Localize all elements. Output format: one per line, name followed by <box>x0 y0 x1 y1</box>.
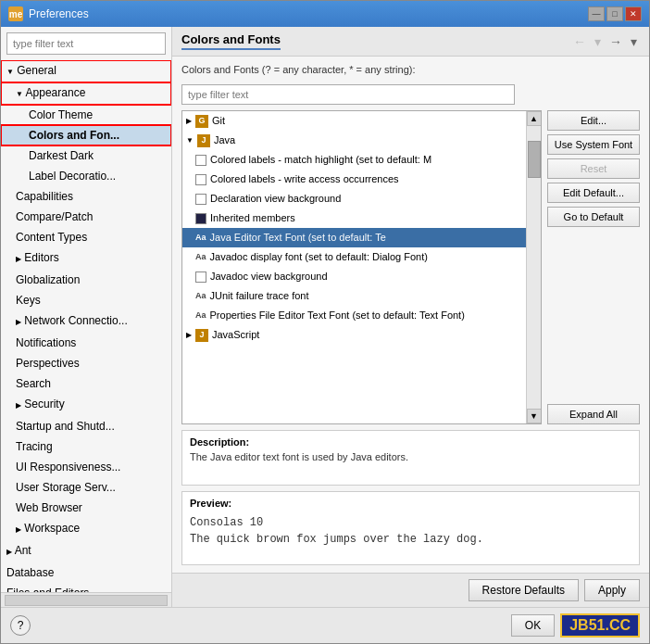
nav-back-button[interactable]: ← <box>570 33 589 50</box>
sidebar-item-general[interactable]: ▼ General <box>1 60 171 82</box>
edit-default-button[interactable]: Edit Default... <box>547 183 640 203</box>
scroll-thumb[interactable] <box>528 141 541 178</box>
scroll-up-button[interactable]: ▲ <box>527 111 542 126</box>
description-text: The Java editor text font is used by Jav… <box>190 451 631 462</box>
sidebar-item-database[interactable]: Database <box>1 562 171 583</box>
sidebar-item-notifications[interactable]: Notifications <box>1 333 171 353</box>
sidebar-item-workspace[interactable]: ▶ Workspace <box>1 518 171 540</box>
sidebar-item-color-theme[interactable]: Color Theme <box>1 105 171 125</box>
font-item-inherited[interactable]: Inherited members <box>182 208 526 228</box>
apply-button[interactable]: Apply <box>584 579 640 601</box>
edit-button[interactable]: Edit... <box>547 110 640 131</box>
git-icon: G <box>195 115 208 128</box>
sidebar-item-label-decorations[interactable]: Label Decoratio... <box>1 166 171 186</box>
font-item-javadoc-bg[interactable]: Javadoc view background <box>182 267 526 286</box>
js-label: JavaScript <box>212 327 259 343</box>
nav-forward-button[interactable]: → <box>606 33 625 50</box>
sidebar-item-user-storage[interactable]: User Storage Serv... <box>1 477 171 498</box>
preview-text: Consolas 10 The quick brown fox jumps ov… <box>190 514 631 548</box>
watermark: JB51.CC <box>560 613 640 638</box>
sidebar-item-web-browser[interactable]: Web Browser <box>1 498 171 518</box>
font-item-javadoc-display[interactable]: Aa Javadoc display font (set to default:… <box>182 247 526 267</box>
font-filter-input[interactable] <box>181 84 515 105</box>
sidebar-item-editors[interactable]: ▶ Editors <box>1 247 171 270</box>
sidebar-item-keys[interactable]: Keys <box>1 290 171 310</box>
javadoc-display-label: Javadoc display font (set to default: Di… <box>210 249 428 265</box>
sidebar-item-ant[interactable]: ▶ Ant <box>1 540 171 562</box>
git-label: Git <box>212 113 225 129</box>
help-button[interactable]: ? <box>10 615 31 636</box>
font-item-junit-font[interactable]: Aa JUnit failure trace font <box>182 286 526 306</box>
tree-area: ▼ General ▼ Appearance Color Theme Color… <box>1 60 171 592</box>
sidebar-item-search[interactable]: Search <box>1 373 171 394</box>
filter-search-input[interactable] <box>6 32 166 55</box>
properties-font-label: Properties File Editor Text Font (set to… <box>210 308 465 323</box>
window-title: Preferences <box>29 7 89 20</box>
sidebar-item-tracing[interactable]: Tracing <box>1 436 171 457</box>
sidebar-item-ui-responsiveness[interactable]: UI Responsiveness... <box>1 457 171 477</box>
font-item-declaration-bg[interactable]: Declaration view background <box>182 189 526 208</box>
font-item-colored-write[interactable]: Colored labels - write access occurrence… <box>182 170 526 189</box>
right-action-buttons: Edit... Use System Font Reset Edit Defau… <box>547 110 640 424</box>
font-tree-panel: ▶ G Git ▼ J Java <box>181 110 542 424</box>
sidebar-item-files-and-editors[interactable]: Files and Editors <box>1 583 171 592</box>
font-tree-vscroll[interactable]: ▲ ▼ <box>526 111 541 423</box>
sidebar-item-compare-patch[interactable]: Compare/Patch <box>1 207 171 227</box>
sidebar-item-content-types[interactable]: Content Types <box>1 227 171 247</box>
nav-back-dropdown[interactable]: ▾ <box>592 33 604 50</box>
right-panel: Colors and Fonts ← ▾ → ▾ Colors and Font… <box>172 27 649 607</box>
use-system-font-button[interactable]: Use System Font <box>547 134 640 155</box>
sidebar-item-startup[interactable]: Startup and Shutd... <box>1 416 171 436</box>
font-tree-javascript[interactable]: ▶ J JavaScript <box>182 325 526 345</box>
bottom-right: OK JB51.CC <box>511 613 640 638</box>
maximize-button[interactable]: □ <box>606 6 623 21</box>
expand-all-button[interactable]: Expand All <box>547 404 640 424</box>
left-horizontal-scrollbar[interactable] <box>1 592 171 607</box>
sidebar-item-appearance[interactable]: ▼ Appearance <box>1 82 171 105</box>
nav-forward-dropdown[interactable]: ▾ <box>628 33 640 50</box>
nav-arrows: ← ▾ → ▾ <box>570 33 640 50</box>
aa-icon-javadoc-display: Aa <box>195 249 206 265</box>
scroll-down-button[interactable]: ▼ <box>527 409 542 423</box>
preferences-window: me Preferences — □ ✕ ▼ General ▼ Appeara… <box>0 0 650 644</box>
sidebar-item-darkest-dark[interactable]: Darkest Dark <box>1 145 171 166</box>
color-swatch-write <box>195 174 206 185</box>
app-icon: me <box>8 6 23 21</box>
font-item-colored-match[interactable]: Colored labels - match highlight (set to… <box>182 150 526 170</box>
sidebar-item-perspectives[interactable]: Perspectives <box>1 353 171 373</box>
font-item-java-editor-font[interactable]: Aa Java Editor Text Font (set to default… <box>182 228 526 247</box>
go-to-default-button[interactable]: Go to Default <box>547 207 640 227</box>
color-swatch-inherited <box>195 213 206 224</box>
content-area: ▶ G Git ▼ J Java <box>181 110 640 424</box>
h-scroll-thumb[interactable] <box>5 595 168 606</box>
description-section: Description: The Java editor text font i… <box>181 430 640 486</box>
ok-button[interactable]: OK <box>511 614 555 637</box>
sidebar-item-colors-and-fonts[interactable]: Colors and Fon... <box>1 125 171 145</box>
panel-description: Colors and Fonts (? = any character, * =… <box>181 64 640 75</box>
panel-title: Colors and Fonts <box>181 32 281 50</box>
title-bar-controls: — □ ✕ <box>588 6 642 21</box>
reset-button[interactable]: Reset <box>547 158 640 179</box>
sidebar-item-globalization[interactable]: Globalization <box>1 270 171 290</box>
javadoc-bg-label: Javadoc view background <box>210 269 328 284</box>
font-item-properties-font[interactable]: Aa Properties File Editor Text Font (set… <box>182 306 526 325</box>
restore-defaults-button[interactable]: Restore Defaults <box>469 579 579 601</box>
color-swatch-javadoc-bg <box>195 271 206 283</box>
description-label: Description: <box>190 436 631 448</box>
sidebar-item-security[interactable]: ▶ Security <box>1 394 171 416</box>
minimize-button[interactable]: — <box>588 6 605 21</box>
preview-line2: The quick brown fox jumps over the lazy … <box>190 533 483 546</box>
sidebar-item-capabilities[interactable]: Capabilities <box>1 186 171 207</box>
close-button[interactable]: ✕ <box>625 6 642 21</box>
preview-label: Preview: <box>190 498 631 509</box>
main-content: ▼ General ▼ Appearance Color Theme Color… <box>1 27 649 607</box>
preview-line1: Consolas 10 <box>190 516 263 529</box>
js-icon: J <box>195 329 208 342</box>
inherited-label: Inherited members <box>210 210 295 226</box>
font-tree-java[interactable]: ▼ J Java <box>182 131 526 150</box>
sidebar-item-network-connection[interactable]: ▶ Network Connectio... <box>1 310 171 333</box>
title-bar: me Preferences — □ ✕ <box>1 1 649 27</box>
font-tree-scroll[interactable]: ▶ G Git ▼ J Java <box>182 111 526 423</box>
font-tree-git[interactable]: ▶ G Git <box>182 111 526 131</box>
junit-font-label: JUnit failure trace font <box>210 288 309 304</box>
